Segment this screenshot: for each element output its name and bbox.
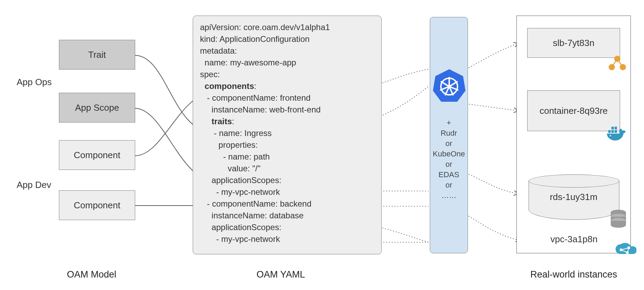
runtime-column: + Rudr or KubeOne or EDAS or …… (430, 17, 468, 253)
section-title-yaml: OAM YAML (256, 269, 305, 280)
yaml-line: components: (200, 80, 374, 92)
instance-rds-label: rds-1uy31m (529, 192, 619, 202)
docker-whale-icon (606, 125, 628, 144)
yaml-line: properties: (200, 139, 374, 151)
svg-rect-19 (615, 127, 617, 129)
yaml-line: kind: ApplicationConfiguration (200, 33, 374, 45)
role-app-ops-label: App Ops (17, 77, 52, 88)
yaml-line: - my-vpc-network (200, 186, 374, 198)
yaml-line: value: "/" (200, 163, 374, 174)
runtime-plus: + (430, 118, 468, 128)
svg-point-9 (447, 85, 451, 88)
runtime-edas: EDAS (430, 170, 468, 180)
kubernetes-logo-icon (430, 66, 468, 107)
instance-container-label: container-8q93re (540, 106, 608, 116)
svg-rect-17 (615, 130, 617, 133)
svg-rect-15 (608, 130, 611, 133)
model-box-app-scope-label: App Scope (75, 102, 119, 113)
instance-rds: rds-1uy31m (529, 174, 619, 219)
yaml-line: traits: (200, 116, 374, 127)
yaml-line: spec: (200, 69, 374, 80)
runtime-rudr: Rudr (430, 128, 468, 138)
load-balancer-icon (608, 55, 627, 73)
instance-slb: slb-7yt83n (527, 28, 620, 58)
runtime-or: or (430, 159, 468, 170)
instances-panel: slb-7yt83n container-8q93re (516, 16, 631, 253)
yaml-line: instanceName: database (200, 210, 374, 221)
model-box-component-2-label: Component (74, 200, 120, 211)
section-title-model: OAM Model (67, 269, 116, 280)
model-box-component-1: Component (59, 140, 135, 170)
yaml-line: name: my-awesome-app (200, 57, 374, 69)
yaml-line: - componentName: backend (200, 198, 374, 210)
oam-yaml-panel: apiVersion: core.oam.dev/v1alpha1 kind: … (193, 16, 382, 254)
svg-point-20 (610, 135, 611, 136)
model-box-app-scope: App Scope (59, 93, 135, 123)
role-app-dev-label: App Dev (17, 180, 51, 190)
model-box-component-2: Component (59, 190, 135, 220)
cloud-network-icon (613, 242, 636, 260)
yaml-line: metadata: (200, 45, 374, 57)
runtime-or: or (430, 180, 468, 190)
runtime-kubeone: KubeOne (430, 149, 468, 159)
yaml-line: - name: path (200, 151, 374, 163)
runtime-or: or (430, 138, 468, 149)
svg-rect-16 (611, 130, 614, 133)
yaml-line: applicationScopes: (200, 221, 374, 233)
model-box-component-1-label: Component (74, 150, 120, 161)
runtime-dots: …… (430, 190, 468, 201)
yaml-line: - name: Ingress (200, 127, 374, 139)
yaml-line: instanceName: web-front-end (200, 104, 374, 116)
svg-rect-18 (611, 127, 614, 129)
model-box-trait: Trait (59, 40, 135, 70)
instance-slb-label: slb-7yt83n (553, 38, 594, 48)
yaml-line: - my-vpc-network (200, 233, 374, 245)
yaml-line: - componentName: frontend (200, 92, 374, 104)
section-title-instances: Real-world instances (530, 269, 617, 280)
model-box-trait-label: Trait (88, 49, 106, 60)
yaml-line: apiVersion: core.oam.dev/v1alpha1 (200, 21, 374, 33)
yaml-line: applicationScopes: (200, 174, 374, 186)
database-stack-icon (610, 209, 627, 230)
